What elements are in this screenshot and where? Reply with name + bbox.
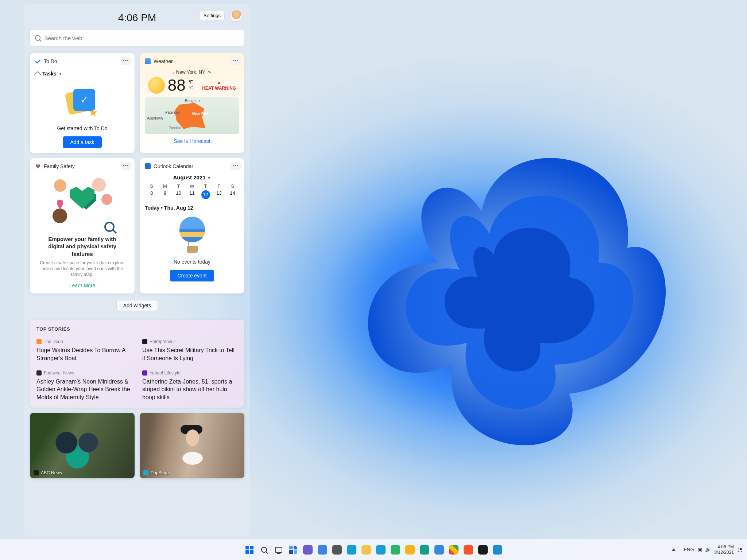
panel-time: 4:06 PM (118, 12, 156, 24)
create-event-button[interactable]: Create event (170, 270, 214, 281)
notifications-icon[interactable]: ◔ (738, 546, 743, 553)
family-subtitle: Create a safe space for your kids to exp… (35, 258, 129, 280)
taskbar-center (243, 544, 504, 556)
taskbar-store[interactable] (345, 544, 358, 556)
widget-menu-button[interactable]: ••• (231, 162, 241, 170)
taskbar-taskview[interactable] (272, 544, 285, 556)
weather-location[interactable]: ₊ New York, NY ✎ (145, 69, 239, 75)
widget-title: To Do (44, 58, 57, 64)
widget-menu-button[interactable]: ••• (121, 57, 131, 65)
taskbar-widgets[interactable] (287, 544, 299, 556)
tray-datetime[interactable]: 4:06 PM 8/12/2021 (715, 544, 734, 555)
family-safety-icon (35, 163, 41, 169)
news-headline: Huge Walrus Decides To Borrow A Stranger… (36, 346, 132, 362)
calendar-dates[interactable]: 891011121314 (145, 190, 239, 199)
code-icon (493, 545, 502, 555)
chevron-down-icon: ▼ (59, 72, 62, 76)
search-input[interactable] (44, 35, 239, 41)
taskbar-terminal[interactable] (477, 544, 489, 556)
family-headline: Empower your family with digital and phy… (35, 236, 129, 258)
source-icon (36, 339, 42, 344)
tasks-label: Tasks (42, 71, 57, 77)
taskbar-settings[interactable] (331, 544, 343, 556)
taskbar-code[interactable] (491, 544, 504, 556)
learn-more-link[interactable]: Learn More (35, 283, 129, 288)
temperature-units[interactable]: °F °C (189, 79, 193, 91)
taskbar-explorer[interactable] (360, 544, 372, 556)
news-headline: Use This Secret Military Trick to Tell i… (142, 346, 238, 362)
heat-warning: ▲HEAT WARNING (202, 79, 236, 91)
widget-title: Family Safety (44, 163, 75, 169)
tray-language[interactable]: ENG (684, 547, 694, 552)
mail-icon (318, 545, 327, 555)
taskbar-chrome-canary[interactable] (404, 544, 416, 556)
add-task-button[interactable]: Add a task (63, 136, 101, 148)
widget-family-safety[interactable]: Family Safety ••• Empower your family wi… (30, 158, 135, 293)
calendar-month[interactable]: August 2021▼ (145, 174, 239, 180)
chrome-canary-icon (405, 545, 415, 555)
volume-icon[interactable]: 🔊 (705, 547, 711, 552)
widget-menu-button[interactable]: ••• (231, 57, 241, 65)
widget-menu-button[interactable]: ••• (121, 162, 131, 170)
edit-location-icon[interactable]: ✎ (208, 70, 212, 75)
taskbar-edge[interactable] (375, 544, 387, 556)
source-name: Footwear News (44, 370, 74, 376)
taskbar-mail[interactable] (316, 544, 329, 556)
taskview-icon (275, 547, 282, 553)
tasks-dropdown[interactable]: Tasks ▼ (35, 71, 129, 77)
todo-get-started: Get started with To Do (35, 125, 129, 131)
outlook-icon (145, 163, 151, 169)
news-item[interactable]: Yahoo! LifestyleCatherine Zeta-Jones, 51… (142, 370, 238, 401)
news-item[interactable]: Footwear NewsAshley Graham's Neon Minidr… (36, 370, 132, 401)
weather-icon (145, 58, 151, 64)
taskbar-start[interactable] (243, 544, 256, 556)
widget-outlook-calendar[interactable]: Outlook Calendar ••• August 2021▼ SMTWTF… (140, 158, 244, 293)
weather-map[interactable]: Bridgeport Paterson New York Allentown T… (145, 97, 239, 134)
temperature-value: 88 (168, 77, 186, 93)
add-widgets-button[interactable]: Add widgets (116, 300, 158, 311)
taskbar-edge-dev[interactable] (389, 544, 402, 556)
widget-todo[interactable]: To Do ••• Tasks ▼ ✓★ Get started with To… (30, 53, 135, 153)
taskbar-chat[interactable] (302, 544, 314, 556)
taskbar: ENG ▣ 🔊 4:06 PM 8/12/2021 ◔ (0, 539, 747, 560)
news-item[interactable]: EntrepreneurUse This Secret Military Tri… (142, 339, 238, 362)
user-avatar[interactable] (231, 10, 242, 22)
family-illustration (50, 177, 115, 232)
tray-chevron-button[interactable] (667, 544, 680, 556)
see-forecast-link[interactable]: See full forecast (145, 138, 239, 144)
widgets-icon (289, 546, 297, 554)
source-icon (142, 339, 147, 344)
taskbar-chrome-dev[interactable] (433, 544, 445, 556)
sun-icon (148, 77, 165, 94)
map-label: Trenton (169, 126, 181, 130)
calendar-day-headers: SMTWTFS (145, 183, 239, 189)
todo-icon (35, 58, 41, 64)
search-icon (35, 35, 40, 41)
map-label: Paterson (165, 110, 180, 114)
edge-beta-icon (420, 545, 429, 555)
search-box[interactable] (30, 30, 244, 46)
edge-icon (376, 545, 386, 555)
news-photo-card[interactable]: ABC News (30, 413, 135, 478)
balloon-illustration (178, 217, 207, 253)
todo-illustration: ✓★ (66, 88, 99, 120)
source-name: Yahoo! Lifestyle (150, 370, 181, 376)
widget-weather[interactable]: Weather ••• ₊ New York, NY ✎ 88 °F °C (140, 53, 244, 153)
chrome-dev-icon (434, 545, 444, 555)
taskbar-chrome[interactable] (448, 544, 460, 556)
store-icon (347, 545, 356, 555)
photo-source: ABC News (41, 470, 62, 475)
taskbar-brave[interactable] (462, 544, 475, 556)
chevron-up-icon (672, 548, 676, 551)
settings-button[interactable]: Settings (200, 11, 225, 20)
taskbar-edge-beta[interactable] (418, 544, 431, 556)
news-photo-card[interactable]: PopSugar (140, 413, 244, 478)
news-headline: Ashley Graham's Neon Minidress & Golden … (36, 378, 132, 401)
news-item[interactable]: The DodoHuge Walrus Decides To Borrow A … (36, 339, 132, 362)
wallpaper-bloom (277, 58, 715, 496)
camera-privacy-icon[interactable]: ▣ (698, 547, 702, 552)
map-label: Allentown (147, 116, 163, 120)
map-label: New York (192, 112, 209, 116)
no-events-text: No events today (145, 259, 239, 265)
taskbar-search[interactable] (258, 544, 270, 556)
